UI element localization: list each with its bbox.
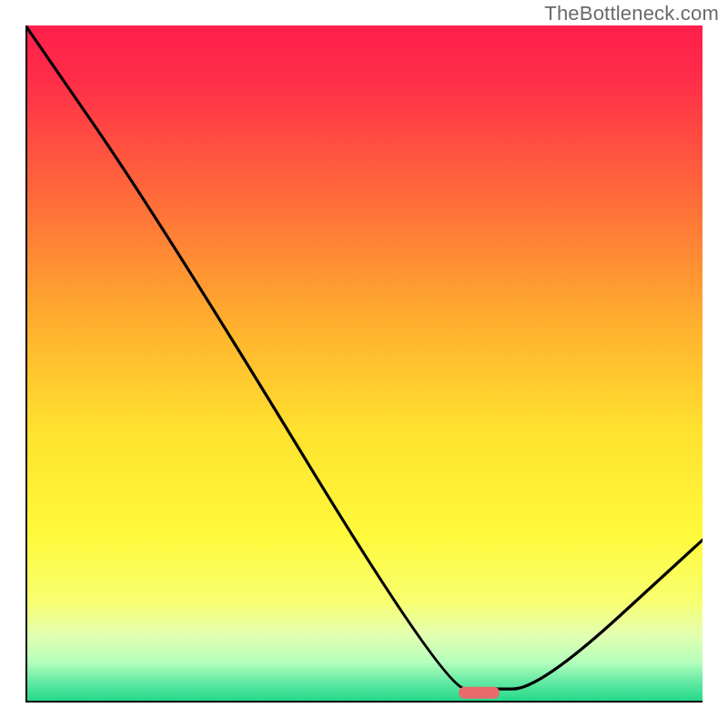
gradient-background xyxy=(25,25,703,703)
bottleneck-curve-chart xyxy=(25,25,703,703)
chart-container xyxy=(25,25,703,703)
attribution-text: TheBottleneck.com xyxy=(544,2,719,25)
optimum-marker xyxy=(459,687,500,699)
